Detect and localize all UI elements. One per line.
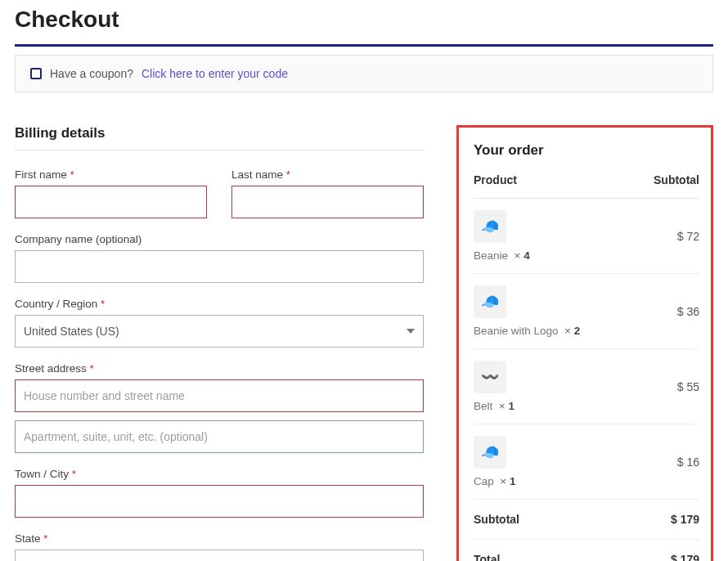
company-input[interactable] — [15, 250, 424, 283]
city-label: Town / City * — [15, 468, 424, 480]
title-divider — [15, 44, 713, 47]
product-thumb: 〰️ — [474, 361, 506, 393]
product-qty: × 4 — [515, 249, 530, 262]
first-name-label: First name * — [15, 168, 207, 181]
product-thumb: 🧢 — [474, 436, 506, 469]
order-item: 🧢Beanie with Logo × 2$ 36 — [474, 274, 699, 349]
product-qty: × 1 — [500, 475, 515, 487]
company-label: Company name (optional) — [15, 233, 424, 245]
product-price: $ 36 — [677, 305, 699, 318]
product-name: Belt — [474, 400, 492, 412]
street-label: Street address * — [15, 362, 424, 375]
product-qty: × 1 — [499, 400, 515, 412]
product-price: $ 16 — [677, 456, 699, 469]
last-name-label: Last name * — [231, 168, 424, 181]
order-head-subtotal: Subtotal — [654, 173, 699, 186]
order-title: Your order — [474, 142, 699, 159]
product-name: Beanie — [474, 249, 508, 262]
coupon-prompt: Have a coupon? — [50, 67, 133, 80]
coupon-link[interactable]: Click here to enter your code — [142, 67, 288, 80]
chevron-down-icon — [407, 329, 415, 334]
product-name: Beanie with Logo — [474, 325, 559, 337]
street-input-2[interactable] — [15, 420, 424, 453]
billing-section: Billing details First name * Last name *… — [15, 125, 424, 561]
product-price: $ 55 — [677, 380, 699, 393]
product-price: $ 72 — [677, 230, 699, 243]
order-item: 🧢Cap × 1$ 16 — [474, 424, 699, 500]
order-head-product: Product — [474, 173, 517, 186]
product-qty: × 2 — [564, 325, 580, 337]
product-thumb: 🧢 — [474, 210, 506, 243]
order-subtotal-row: Subtotal $ 179 — [474, 500, 699, 540]
state-select[interactable]: Arizona — [15, 550, 424, 561]
product-name: Cap — [474, 475, 494, 487]
country-select-value: United States (US) — [24, 325, 119, 338]
order-subtotal-label: Subtotal — [474, 513, 519, 526]
order-table-head: Product Subtotal — [474, 173, 699, 199]
country-label: Country / Region * — [15, 298, 424, 310]
coupon-icon — [30, 68, 42, 79]
state-label: State * — [15, 532, 424, 545]
billing-title: Billing details — [15, 125, 424, 150]
order-total-label: Total — [474, 553, 500, 561]
page-title: Checkout — [15, 7, 713, 33]
order-item: 🧢Beanie × 4$ 72 — [474, 199, 699, 274]
coupon-bar: Have a coupon? Click here to enter your … — [15, 55, 713, 92]
city-input[interactable] — [15, 485, 424, 518]
order-item: 〰️Belt × 1$ 55 — [474, 349, 699, 424]
street-input-1[interactable] — [15, 379, 424, 412]
first-name-input[interactable] — [15, 186, 207, 218]
product-thumb: 🧢 — [474, 285, 506, 318]
order-total-value: $ 179 — [671, 553, 699, 561]
order-total-row: Total $ 179 — [474, 540, 699, 561]
order-summary: Your order Product Subtotal 🧢Beanie × 4$… — [456, 125, 713, 561]
country-select[interactable]: United States (US) — [15, 315, 424, 348]
order-subtotal-value: $ 179 — [671, 513, 699, 526]
last-name-input[interactable] — [231, 186, 424, 218]
